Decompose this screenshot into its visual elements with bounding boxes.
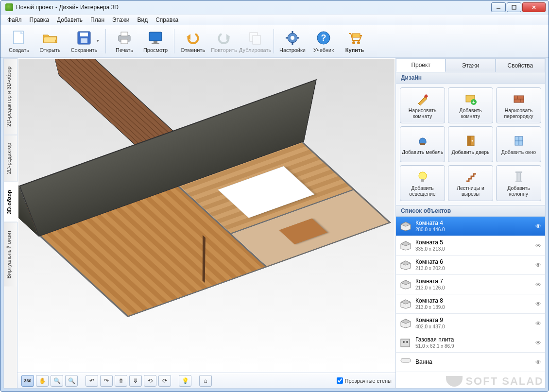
- add-furniture-button[interactable]: Добавить мебель: [400, 126, 445, 162]
- tilt-down-button[interactable]: ⤋: [129, 375, 142, 387]
- rotate-left-button[interactable]: ↶: [86, 375, 98, 387]
- zoom-out-button[interactable]: 🔍: [51, 375, 63, 387]
- menu-file[interactable]: Файл: [3, 16, 26, 24]
- object-dimensions: 213.0 x 202.0: [415, 266, 445, 272]
- orbit-left-icon: ⟲: [148, 377, 153, 384]
- duplicate-button[interactable]: Дублировать: [240, 27, 270, 56]
- visibility-icon[interactable]: 👁: [535, 301, 541, 307]
- close-button[interactable]: [522, 2, 546, 12]
- print-button[interactable]: Печать: [110, 27, 139, 56]
- orbit-right-button[interactable]: ⟳: [158, 375, 171, 387]
- visibility-icon[interactable]: 👁: [535, 242, 541, 249]
- menu-floors[interactable]: Этажи: [108, 16, 133, 24]
- open-button[interactable]: Открыть: [35, 27, 65, 56]
- svg-rect-40: [467, 136, 471, 146]
- object-row[interactable]: Комната 5335.0 x 213.0👁: [396, 236, 545, 256]
- object-row[interactable]: Комната 7213.0 x 126.0👁: [396, 275, 545, 294]
- undo-button[interactable]: Отменить: [178, 27, 207, 56]
- rotate-right-button[interactable]: ↷: [100, 375, 113, 387]
- orbit-right-icon: ⟳: [162, 377, 167, 384]
- tilt-up-button[interactable]: ⤊: [115, 375, 127, 387]
- vtab-2d-3d[interactable]: 2D-редактор и 3D-обзор: [4, 58, 17, 135]
- home-icon: ⌂: [204, 377, 207, 384]
- orbit-left-button[interactable]: ⟲: [144, 375, 156, 387]
- visibility-icon[interactable]: 👁: [535, 320, 541, 327]
- visibility-icon[interactable]: 👁: [535, 262, 541, 269]
- svg-point-45: [419, 172, 427, 180]
- 3d-viewport[interactable]: [18, 59, 395, 372]
- transparent-walls-checkbox[interactable]: Прозрачные стены: [337, 377, 392, 384]
- vertical-tabs: 2D-редактор и 3D-обзор 2D-редактор 3D-об…: [4, 58, 17, 388]
- maximize-button[interactable]: [507, 2, 521, 12]
- menu-edit[interactable]: Правка: [26, 16, 53, 24]
- pan-button[interactable]: ✋: [36, 375, 49, 387]
- draw-room-button[interactable]: Нарисовать комнату: [400, 87, 445, 123]
- add-window-button[interactable]: Добавить окно: [496, 126, 541, 162]
- zoom-in-button[interactable]: 🔍: [65, 375, 78, 387]
- buy-button[interactable]: Купить: [340, 27, 369, 56]
- create-button[interactable]: Создать: [4, 27, 34, 56]
- settings-button[interactable]: Настройки: [278, 27, 307, 56]
- svg-rect-49: [515, 181, 522, 182]
- menu-add[interactable]: Добавить: [53, 16, 86, 24]
- object-row[interactable]: Газовая плита51.0 x 62.1 x 86.9👁: [396, 333, 545, 353]
- toolbar-separator: [105, 29, 106, 53]
- add-light-button[interactable]: Добавить освещение: [400, 165, 445, 201]
- object-icon: [400, 260, 412, 270]
- add-room-button[interactable]: +Добавить комнату: [448, 87, 493, 123]
- watermark-icon: [446, 376, 463, 387]
- minimize-button[interactable]: [491, 2, 506, 12]
- tab-project[interactable]: Проект: [396, 58, 446, 72]
- zoom-out-icon: 🔍: [53, 377, 61, 384]
- object-dimensions: 335.0 x 213.0: [415, 246, 445, 252]
- toolbar-separator: [274, 29, 274, 53]
- design-header: Дизайн: [396, 72, 545, 84]
- tab-floors[interactable]: Этажи: [446, 58, 495, 72]
- add-column-button[interactable]: Добавить колонну: [496, 165, 541, 201]
- draw-partition-button[interactable]: Нарисовать перегородку: [496, 87, 541, 123]
- preview-button[interactable]: Просмотр: [141, 27, 170, 56]
- zoom-in-icon: 🔍: [68, 377, 75, 384]
- svg-rect-14: [152, 43, 159, 44]
- watermark: SOFT SALAD: [446, 375, 544, 388]
- vtab-3d-view[interactable]: 3D-обзор: [4, 182, 17, 222]
- visibility-icon[interactable]: 👁: [535, 340, 541, 346]
- window-title: Новый проект - Дизайн Интерьера 3D: [16, 4, 491, 11]
- stairs-icon: [464, 170, 478, 184]
- svg-rect-62: [401, 339, 410, 347]
- right-tabs: Проект Этажи Свойства: [396, 58, 545, 72]
- add-door-button[interactable]: Добавить дверь: [448, 126, 493, 162]
- vtab-2d-editor[interactable]: 2D-редактор: [4, 135, 17, 182]
- tab-properties[interactable]: Свойства: [496, 58, 545, 72]
- tutorial-button[interactable]: ?Учебник: [309, 27, 338, 56]
- object-list-scroll[interactable]: Комната 4280.0 x 446.0👁Комната 5335.0 x …: [396, 217, 545, 388]
- redo-button[interactable]: Повторить: [209, 27, 239, 56]
- save-button[interactable]: Сохранить: [67, 27, 102, 56]
- rotate360-button[interactable]: 360: [21, 375, 34, 387]
- menu-help[interactable]: Справка: [152, 16, 182, 24]
- svg-point-20: [291, 36, 294, 40]
- light-button[interactable]: 💡: [179, 375, 191, 387]
- menu-view[interactable]: Вид: [133, 16, 152, 24]
- visibility-icon[interactable]: 👁: [535, 359, 541, 366]
- svg-rect-12: [149, 32, 162, 41]
- object-row[interactable]: Ванна👁: [396, 353, 545, 372]
- transparent-walls-input[interactable]: [337, 377, 343, 384]
- object-row[interactable]: Комната 4280.0 x 446.0👁: [396, 217, 545, 236]
- object-name: Комната 5: [415, 239, 445, 246]
- object-row[interactable]: Комната 8213.0 x 139.0👁: [396, 294, 545, 314]
- objects-header: Список объектов: [396, 205, 545, 217]
- stairs-button[interactable]: Лестницы и вырезы: [448, 165, 493, 201]
- svg-point-28: [357, 41, 360, 44]
- menu-plan[interactable]: План: [86, 16, 108, 24]
- object-row[interactable]: Комната 6213.0 x 202.0👁: [396, 256, 545, 275]
- main-toolbar: Создать Открыть Сохранить Печать Просмот…: [0, 25, 549, 58]
- svg-rect-47: [517, 172, 521, 181]
- object-row[interactable]: Комната 9402.0 x 437.0👁: [396, 314, 545, 333]
- pencil-icon: [416, 92, 429, 106]
- vtab-virtual-visit[interactable]: Виртуальный визит: [4, 222, 17, 287]
- home-view-button[interactable]: ⌂: [199, 375, 212, 387]
- visibility-icon[interactable]: 👁: [535, 281, 541, 288]
- visibility-icon[interactable]: 👁: [535, 223, 541, 230]
- app-icon: [5, 3, 13, 11]
